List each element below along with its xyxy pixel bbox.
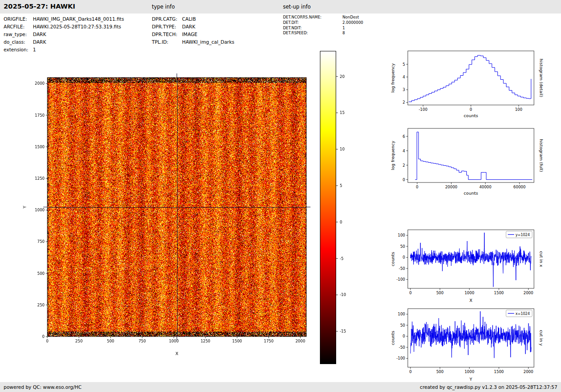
cut-in-y-plot: 0500100015002000-100-50050100Ycountscut …: [385, 305, 547, 391]
svg-text:500: 500: [37, 271, 45, 276]
svg-text:2000: 2000: [524, 369, 534, 374]
svg-text:1750: 1750: [35, 113, 45, 118]
metadata-label: ORIGFILE:: [4, 15, 33, 23]
svg-text:-100: -100: [397, 356, 405, 360]
svg-text:counts: counts: [464, 191, 478, 196]
metadata-value: DARK: [33, 39, 46, 45]
cut-in-x-plot: 0500100015002000-100-50050100Xcountscut …: [385, 226, 547, 312]
histogram-detail-plot: -10001002345countslog frequencyhistogram…: [385, 47, 547, 127]
svg-text:1000: 1000: [169, 339, 179, 343]
metadata-value: DARK: [182, 24, 195, 29]
histogram-full-line: [415, 132, 532, 180]
svg-text:50: 50: [400, 323, 405, 328]
svg-text:-50: -50: [399, 345, 405, 350]
svg-text:X: X: [175, 351, 178, 356]
histogram-detail-line: [409, 55, 531, 102]
metadata-value: IMAGE: [182, 32, 197, 37]
svg-text:20: 20: [340, 74, 345, 79]
svg-text:40000: 40000: [479, 185, 492, 189]
svg-text:histogram (detail): histogram (detail): [539, 59, 544, 97]
detector-image-svg: 0250500750100012501500175020000250500750…: [18, 72, 333, 364]
svg-text:0: 0: [403, 178, 405, 182]
metadata-value: 1: [342, 26, 345, 30]
metadata-label: DPR.TYPE:: [152, 23, 182, 31]
svg-text:500: 500: [107, 339, 114, 343]
svg-text:1250: 1250: [35, 176, 45, 181]
metadata-label: DET.DIT:: [283, 20, 342, 26]
svg-text:4: 4: [403, 149, 405, 153]
svg-text:1000: 1000: [465, 291, 474, 295]
svg-text:1500: 1500: [35, 145, 45, 149]
svg-text:4: 4: [403, 75, 405, 79]
svg-text:5: 5: [403, 62, 405, 67]
colorbar-ticks-svg: 20151050-5-10-15: [315, 47, 366, 369]
svg-text:-15: -15: [340, 329, 346, 333]
svg-text:2: 2: [403, 163, 405, 168]
footer-right-text: created by qc_rawdisp.py v1.2.3 on 2025-…: [420, 384, 557, 390]
svg-text:y=1024: y=1024: [515, 233, 530, 237]
metadata-value: HAWKI_img_cal_Darks: [182, 39, 234, 45]
histogram-detail-svg: -10001002345countslog frequencyhistogram…: [385, 47, 547, 125]
svg-text:-100: -100: [419, 107, 427, 112]
svg-text:0: 0: [403, 334, 405, 338]
svg-text:Y: Y: [469, 377, 472, 382]
page-title: 2025-05-27: HAWKI: [4, 3, 75, 10]
svg-text:-10: -10: [340, 292, 346, 297]
svg-text:50: 50: [400, 244, 405, 249]
svg-text:1500: 1500: [494, 291, 504, 295]
svg-text:counts: counts: [464, 113, 478, 118]
cut-in-y-line: [410, 311, 531, 358]
svg-text:1250: 1250: [201, 339, 210, 343]
svg-text:0: 0: [416, 185, 418, 189]
metadata-row: extension:1: [4, 46, 124, 54]
svg-text:X: X: [470, 298, 473, 303]
svg-text:-50: -50: [399, 266, 405, 271]
svg-text:cut in x: cut in x: [539, 251, 544, 267]
svg-text:-100: -100: [397, 277, 405, 282]
metadata-label: DET.NDIT:: [283, 26, 342, 31]
metadata-label: extension:: [4, 46, 33, 54]
metadata-label: DPR.TECH:: [152, 31, 182, 38]
metadata-value: DARK: [33, 32, 46, 37]
svg-text:750: 750: [37, 239, 45, 244]
svg-text:100: 100: [515, 107, 522, 112]
svg-text:log frequency: log frequency: [390, 63, 395, 93]
metadata-row: DET.DIT:2.0000000: [283, 20, 363, 26]
metadata-value: CALIB: [182, 16, 196, 22]
metadata-value: 8: [342, 31, 345, 35]
svg-text:0: 0: [409, 369, 411, 374]
svg-text:250: 250: [37, 303, 45, 307]
svg-text:histogram (full): histogram (full): [539, 139, 544, 172]
metadata-value: NonDest: [342, 15, 359, 19]
svg-text:1500: 1500: [232, 339, 242, 343]
detector-image-plot: 0250500750100012501500175020000250500750…: [18, 72, 333, 365]
svg-text:60000: 60000: [513, 185, 525, 189]
svg-text:-5: -5: [340, 256, 343, 261]
svg-text:2000: 2000: [524, 291, 534, 295]
svg-text:1000: 1000: [35, 208, 45, 212]
legend: y=1024: [506, 231, 532, 238]
svg-text:Y: Y: [22, 205, 27, 209]
file-info-block: ORIGFILE:HAWKI_IMG_DARK_Darks148_0011.fi…: [4, 15, 124, 54]
metadata-row: do_class:DARK: [4, 38, 124, 46]
cut-in-x-line: [410, 232, 531, 287]
type-info-heading: type info: [152, 4, 175, 10]
svg-text:0: 0: [340, 220, 342, 224]
svg-text:x=1024: x=1024: [515, 312, 530, 316]
metadata-value: 1: [33, 47, 36, 52]
svg-text:6: 6: [403, 134, 405, 139]
svg-text:cut in y: cut in y: [539, 330, 544, 346]
metadata-value: HAWKI.2025-05-28T10:27:53.319.fits: [33, 24, 121, 29]
metadata-label: DPR.CATG:: [152, 15, 182, 23]
metadata-row: DET.NCORRS.NAME:NonDest: [283, 15, 363, 20]
metadata-value: HAWKI_IMG_DARK_Darks148_0011.fits: [33, 16, 124, 22]
footer-left-text: powered by QC: www.eso.org/HC: [4, 384, 82, 390]
header-bar: 2025-05-27: HAWKI type info set-up info: [0, 0, 561, 14]
metadata-row: DET.RSPEED:8: [283, 31, 363, 36]
metadata-row: raw_type:DARK: [4, 31, 124, 38]
svg-text:0: 0: [403, 255, 405, 260]
svg-text:1500: 1500: [494, 369, 504, 374]
cut-in-x-svg: 0500100015002000-100-50050100Xcountscut …: [385, 226, 547, 310]
metadata-label: TPL.ID:: [152, 38, 182, 46]
metadata-row: DPR.TECH:IMAGE: [152, 31, 234, 38]
